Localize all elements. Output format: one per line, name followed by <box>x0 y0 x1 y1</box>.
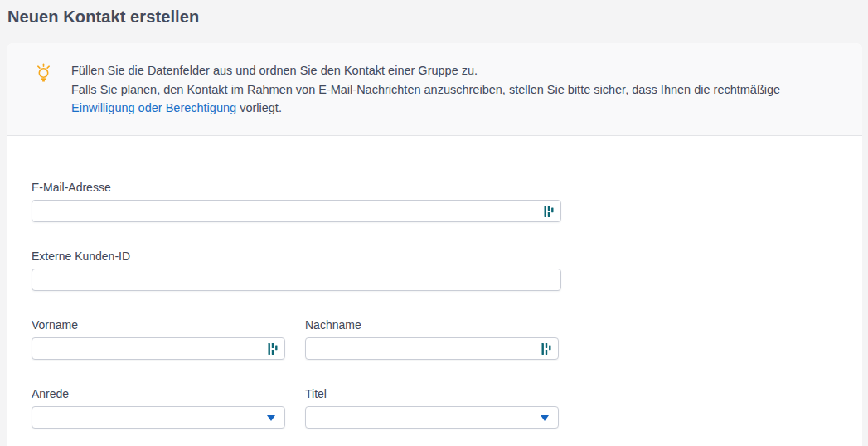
title-field-group: Titel <box>305 387 559 429</box>
info-banner-text: Füllen Sie die Datenfelder aus und ordne… <box>71 61 829 118</box>
first-name-label: Vorname <box>32 318 285 332</box>
info-line-1: Füllen Sie die Datenfelder aus und ordne… <box>71 61 829 80</box>
consent-link[interactable]: Einwilligung oder Berechtigung <box>71 101 236 114</box>
email-field-group: E-Mail-Adresse <box>32 181 561 222</box>
external-customer-id-label: Externe Kunden-ID <box>32 250 561 263</box>
content-card: Füllen Sie die Datenfelder aus und ordne… <box>7 43 862 446</box>
info-line-2: Falls Sie planen, den Kontakt im Rahmen … <box>71 80 829 118</box>
last-name-label: Nachname <box>305 318 559 332</box>
personalization-bars-icon <box>541 342 551 356</box>
email-input[interactable] <box>32 200 561 222</box>
new-contact-page: Neuen Kontakt erstellen Füllen Sie die D… <box>0 0 868 446</box>
page-title: Neuen Kontakt erstellen <box>7 7 199 27</box>
title-select[interactable] <box>305 406 559 429</box>
title-label: Titel <box>305 387 559 400</box>
external-customer-id-input[interactable] <box>32 269 561 291</box>
salutation-select[interactable] <box>32 406 285 429</box>
first-name-input[interactable] <box>32 337 285 360</box>
external-customer-id-field-group: Externe Kunden-ID <box>32 250 561 291</box>
last-name-input[interactable] <box>305 337 559 360</box>
first-name-field-group: Vorname <box>32 318 285 360</box>
personalization-bars-icon <box>544 205 554 218</box>
salutation-label: Anrede <box>32 387 285 400</box>
email-label: E-Mail-Adresse <box>32 181 561 194</box>
personalization-bars-icon <box>268 342 278 356</box>
contact-form: E-Mail-Adresse <box>7 136 862 429</box>
last-name-field-group: Nachname <box>305 318 559 360</box>
salutation-field-group: Anrede <box>32 387 285 429</box>
page-right-gutter <box>862 0 868 446</box>
lightbulb-icon <box>35 63 53 85</box>
info-banner: Füllen Sie die Datenfelder aus und ordne… <box>7 43 862 136</box>
